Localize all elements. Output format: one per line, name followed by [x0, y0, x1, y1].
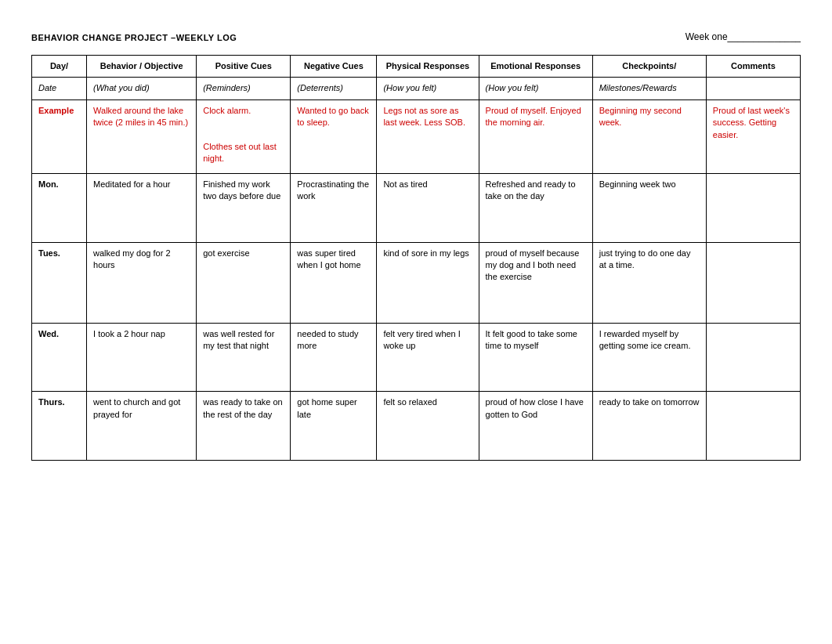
sub-header-how-felt-2: (How you felt) [479, 78, 592, 99]
col-header-comments: Comments [706, 56, 800, 78]
cell-emotional: It felt good to take some time to myself [479, 323, 592, 392]
col-header-emotional: Emotional Responses [479, 56, 592, 78]
week-label: Week one______________ [685, 31, 801, 42]
cell-negative: Wanted to go back to sleep. [291, 99, 377, 173]
cell-comments [706, 323, 800, 392]
cell-emotional: proud of myself because my dog and I bot… [479, 242, 592, 323]
cell-physical: felt very tired when I woke up [377, 323, 479, 392]
col-header-behavior: Behavior / Objective [87, 56, 197, 78]
sub-header-date: Date [32, 78, 87, 99]
col-header-checkpoints: Checkpoints/ [592, 56, 706, 78]
cell-emotional: Refreshed and ready to take on the day [479, 173, 592, 242]
cell-comments [706, 242, 800, 323]
sub-header-reminders: (Reminders) [197, 78, 291, 99]
col-header-positive: Positive Cues [197, 56, 291, 78]
cell-behavior: went to church and got prayed for [87, 392, 197, 461]
cell-behavior: I took a 2 hour nap [87, 323, 197, 392]
cell-positive: was ready to take on the rest of the day [197, 392, 291, 461]
weekly-log-table: Day/ Behavior / Objective Positive Cues … [31, 55, 801, 461]
cell-behavior: Walked around the lake twice (2 miles in… [87, 99, 197, 173]
cell-negative: needed to study more [291, 323, 377, 392]
sub-header-what: (What you did) [87, 78, 197, 99]
cell-emotional: proud of how close I have gotten to God [479, 392, 592, 461]
cell-checkpoints: just trying to do one day at a time. [592, 242, 706, 323]
cell-checkpoints: Beginning week two [592, 173, 706, 242]
sub-header-comments-empty [706, 78, 800, 99]
cell-day: Tues. [32, 242, 87, 323]
table-row: Thurs.went to church and got prayed forw… [32, 392, 801, 461]
sub-header-how-felt: (How you felt) [377, 78, 479, 99]
cell-checkpoints: ready to take on tomorrow [592, 392, 706, 461]
cell-behavior: Meditated for a hour [87, 173, 197, 242]
cell-positive: was well rested for my test that night [197, 323, 291, 392]
col-header-physical: Physical Responses [377, 56, 479, 78]
cell-positive: Clock alarm.Clothes set out last night. [197, 99, 291, 173]
cell-negative: got home super late [291, 392, 377, 461]
cell-day: Wed. [32, 323, 87, 392]
cell-day: Example [32, 99, 87, 173]
cell-checkpoints: Beginning my second week. [592, 99, 706, 173]
cell-positive: got exercise [197, 242, 291, 323]
cell-day: Mon. [32, 173, 87, 242]
cell-physical: Legs not as sore as last week. Less SOB. [377, 99, 479, 173]
cell-day: Thurs. [32, 392, 87, 461]
cell-checkpoints: I rewarded myself by getting some ice cr… [592, 323, 706, 392]
cell-negative: was super tired when I got home [291, 242, 377, 323]
table-row: ExampleWalked around the lake twice (2 m… [32, 99, 801, 173]
sub-header-milestones: Milestones/Rewards [592, 78, 706, 99]
cell-comments: Proud of last week's success. Getting ea… [706, 99, 800, 173]
page-title: BEHAVIOR CHANGE PROJECT –WEEKLY LOG [31, 33, 237, 42]
table-row: Tues.walked my dog for 2 hoursgot exerci… [32, 242, 801, 323]
cell-comments [706, 392, 800, 461]
sub-header-row: Date (What you did) (Reminders) (Deterre… [32, 78, 801, 99]
cell-physical: Not as tired [377, 173, 479, 242]
cell-behavior: walked my dog for 2 hours [87, 242, 197, 323]
column-header-row: Day/ Behavior / Objective Positive Cues … [32, 56, 801, 78]
cell-positive: Finished my work two days before due [197, 173, 291, 242]
cell-comments [706, 173, 800, 242]
sub-header-deterrents: (Deterrents) [291, 78, 377, 99]
col-header-day: Day/ [32, 56, 87, 78]
table-row: Mon.Meditated for a hourFinished my work… [32, 173, 801, 242]
cell-physical: kind of sore in my legs [377, 242, 479, 323]
col-header-negative: Negative Cues [291, 56, 377, 78]
page-header: BEHAVIOR CHANGE PROJECT –WEEKLY LOG Week… [31, 31, 801, 42]
cell-physical: felt so relaxed [377, 392, 479, 461]
table-row: Wed.I took a 2 hour napwas well rested f… [32, 323, 801, 392]
cell-emotional: Proud of myself. Enjoyed the morning air… [479, 99, 592, 173]
cell-negative: Procrastinating the work [291, 173, 377, 242]
